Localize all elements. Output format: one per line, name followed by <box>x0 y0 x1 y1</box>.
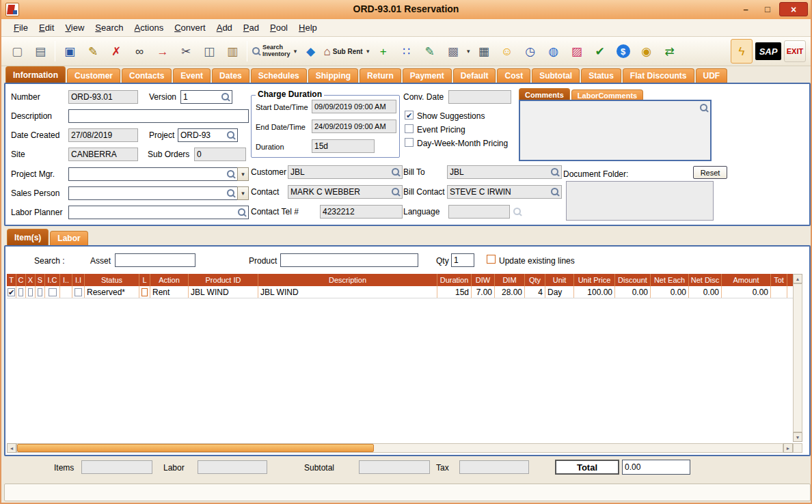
tab-labor[interactable]: Labor <box>50 231 87 245</box>
scroll-up-button[interactable]: ▲ <box>793 274 802 283</box>
menu-item-add[interactable]: Add <box>211 20 238 35</box>
project-mgr-dropdown[interactable]: ▾ <box>237 167 249 181</box>
column-header-x[interactable]: X <box>26 274 36 286</box>
column-header-t[interactable]: T <box>7 274 16 286</box>
project-mgr-field[interactable] <box>68 167 238 181</box>
shapes-icon[interactable]: ◆ <box>300 39 322 64</box>
cell-checkbox-t[interactable]: ✔ <box>8 288 15 296</box>
cell-checkbox-ii[interactable] <box>75 288 82 296</box>
column-header-l[interactable]: L <box>139 274 150 286</box>
print-icon[interactable]: ▤ <box>29 39 51 64</box>
document-folder-box[interactable] <box>566 181 714 221</box>
coins-icon[interactable]: ◉ <box>636 39 658 64</box>
labor-planner-lookup-icon[interactable] <box>237 208 246 217</box>
duration-field[interactable]: 15d <box>312 139 375 153</box>
language-field[interactable] <box>448 205 510 219</box>
cell-checkbox-c[interactable] <box>18 288 23 296</box>
end-datetime-field[interactable]: 24/09/2019 09:00 AM <box>312 120 396 133</box>
tab-payment[interactable]: Payment <box>403 68 452 83</box>
column-header-duration[interactable]: Duration <box>437 274 472 286</box>
tab-customer[interactable]: Customer <box>67 68 120 83</box>
project-mgr-lookup-icon[interactable] <box>226 169 235 179</box>
globe-icon[interactable]: ◍ <box>543 39 565 64</box>
grid-row[interactable]: ✔Reserved*RentJBL WINDJBL WIND15d7.0028.… <box>7 286 793 298</box>
sap-button[interactable]: SAP <box>755 42 781 60</box>
cell-checkbox-s[interactable] <box>38 288 42 296</box>
lightning-icon[interactable]: ϟ <box>731 39 753 64</box>
edit-sheet-icon[interactable]: ✔ <box>589 39 611 64</box>
project-lookup-icon[interactable] <box>226 130 235 140</box>
menu-item-pool[interactable]: Pool <box>265 20 293 35</box>
column-header-description[interactable]: Description <box>258 274 437 286</box>
project-field[interactable]: ORD-93 <box>178 128 238 142</box>
cell-checkbox-x[interactable] <box>28 288 33 296</box>
number-field[interactable]: ORD-93.01 <box>68 90 138 104</box>
menu-item-help[interactable]: Help <box>293 20 323 35</box>
tab-default[interactable]: Default <box>453 68 496 83</box>
delete-icon[interactable]: ✗ <box>105 39 127 64</box>
column-header-dim[interactable]: DIM <box>495 274 525 286</box>
column-header-net_disc[interactable]: Net Disc <box>689 274 722 286</box>
tab-dates[interactable]: Dates <box>212 68 249 83</box>
sub-rent-button[interactable]: ⌂Sub Rent <box>323 39 364 64</box>
sales-person-dropdown[interactable]: ▾ <box>237 186 249 200</box>
asset-input[interactable] <box>115 253 195 267</box>
tab-shipping[interactable]: Shipping <box>308 68 358 83</box>
customer-field[interactable]: JBL <box>288 165 403 179</box>
contact-field[interactable]: MARK C WEBBER <box>288 185 403 199</box>
menu-item-file[interactable]: File <box>8 20 33 35</box>
books-icon[interactable]: ▨ <box>566 39 588 64</box>
tab-comments[interactable]: Comments <box>519 88 570 100</box>
smiley-icon[interactable]: ☺ <box>496 39 518 64</box>
sub-rent-dropdown[interactable]: ▾ <box>364 39 372 64</box>
column-header-io[interactable]: I.. <box>60 274 72 286</box>
menu-item-view[interactable]: View <box>59 20 90 35</box>
notes-icon[interactable]: ✎ <box>419 39 441 64</box>
menu-item-actions[interactable]: Actions <box>129 20 170 35</box>
tab-contacts[interactable]: Contacts <box>122 68 172 83</box>
paste-icon[interactable]: ▥ <box>221 39 243 64</box>
scroll-down-button[interactable]: ▼ <box>793 432 802 442</box>
column-header-ic[interactable]: I.C <box>45 274 60 286</box>
tab-subtotal[interactable]: Subtotal <box>532 68 580 83</box>
column-header-product_id[interactable]: Product ID <box>189 274 258 286</box>
conv-date-field[interactable] <box>448 90 511 104</box>
tab-laborcomments[interactable]: LaborComments <box>571 89 643 100</box>
transfer-icon[interactable]: ⇄ <box>659 39 681 64</box>
day-week-month-pricing-checkbox[interactable] <box>405 138 414 147</box>
exit-button[interactable]: EXIT <box>784 40 806 62</box>
tab-schedules[interactable]: Schedules <box>251 68 307 83</box>
comments-textarea[interactable] <box>519 100 712 161</box>
update-existing-lines-checkbox[interactable] <box>487 255 496 264</box>
start-datetime-field[interactable]: 09/09/2019 09:00 AM <box>312 100 396 113</box>
calendar-dropdown[interactable]: ▾ <box>465 39 472 64</box>
tab-udf[interactable]: UDF <box>696 68 728 83</box>
currency-icon[interactable]: $ <box>612 39 634 64</box>
menu-item-edit[interactable]: Edit <box>33 20 59 35</box>
show-suggestions-checkbox[interactable]: ✔ <box>405 111 414 120</box>
column-header-tot[interactable]: Tot <box>771 274 787 286</box>
new-document-icon[interactable]: ▢ <box>6 39 28 64</box>
description-field[interactable] <box>68 109 249 123</box>
site-field[interactable]: CANBERRA <box>68 148 138 161</box>
tab-event[interactable]: Event <box>173 68 211 83</box>
column-header-s[interactable]: S <box>36 274 45 286</box>
calendar-icon[interactable]: ▩ <box>442 39 464 64</box>
horizontal-scrollbar-thumb[interactable] <box>17 444 374 452</box>
copy-icon[interactable]: ◫ <box>198 39 220 64</box>
bill-contact-lookup-icon[interactable] <box>550 187 559 197</box>
labor-planner-field[interactable] <box>68 206 249 219</box>
column-header-ii[interactable]: I.I <box>72 274 85 286</box>
bill-to-lookup-icon[interactable] <box>550 167 559 177</box>
tab-return[interactable]: Return <box>360 68 401 83</box>
vertical-scrollbar-track[interactable] <box>793 283 802 432</box>
sub-orders-field[interactable]: 0 <box>194 148 246 161</box>
column-header-action[interactable]: Action <box>150 274 189 286</box>
maximize-button[interactable]: □ <box>757 2 778 16</box>
cell-checkbox-l[interactable] <box>141 288 148 296</box>
tab-item-s[interactable]: Item(s) <box>7 229 49 245</box>
column-header-net_each[interactable]: Net Each <box>651 274 689 286</box>
menu-item-search[interactable]: Search <box>90 20 128 35</box>
group-balls-icon[interactable]: ∷ <box>396 39 418 64</box>
bill-to-field[interactable]: JBL <box>447 165 562 179</box>
